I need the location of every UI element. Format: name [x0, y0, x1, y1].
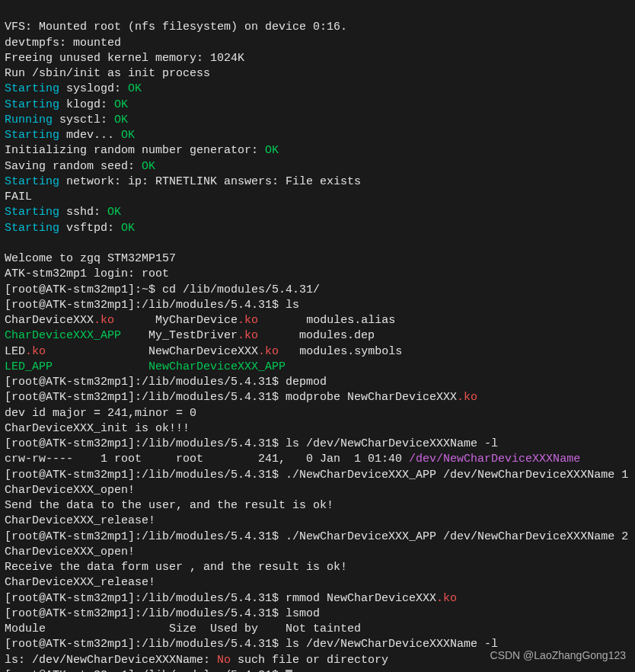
svc-status-fail: FAIL: [5, 190, 32, 203]
ls-exe: NewCharDeviceXXX_APP: [148, 360, 286, 373]
cmd-depmod: depmod: [286, 376, 327, 389]
boot-line: Freeing unused kernel memory: 1024K: [5, 52, 244, 65]
watermark: CSDN @LaoZhangGong123: [490, 648, 626, 663]
ko-ext: .ko: [94, 314, 114, 327]
svc-label: Starting: [5, 175, 59, 188]
prompt: [root@ATK-stm32mp1]:/lib/modules/5.4.31$: [5, 299, 286, 312]
cmd-ls: ls: [286, 299, 299, 312]
svc-status-ok: OK: [121, 129, 135, 142]
svc-status-ok: OK: [128, 82, 142, 95]
ko-ext: .ko: [457, 391, 477, 404]
ls-file: LED: [5, 345, 25, 358]
cmd-cd: cd /lib/modules/5.4.31/: [162, 283, 320, 296]
out-line: CharDeviceXXX_release!: [5, 514, 155, 527]
ls-file: modules.dep: [299, 329, 375, 342]
terminal-output[interactable]: VFS: Mounted root (nfs filesystem) on de…: [5, 5, 630, 672]
ls-file: modules.alias: [306, 314, 395, 327]
svc-name: network: ip: RTNETLINK answers: File exi…: [59, 175, 361, 188]
svc-name: sshd:: [59, 206, 107, 219]
out-line: dev id major = 241,minor = 0: [5, 407, 196, 420]
prompt: [root@ATK-stm32mp1]:/lib/modules/5.4.31$: [5, 469, 286, 482]
svc-name: syslogd:: [59, 82, 128, 95]
ko-ext: .ko: [436, 592, 457, 605]
svc-label: Starting: [5, 222, 59, 235]
boot-line: Run /sbin/init as init process: [5, 67, 210, 80]
svc-status-ok: OK: [114, 98, 128, 111]
out-line: Receive the data form user , and the res…: [5, 561, 347, 574]
prompt: [root@ATK-stm32mp1]:/lib/modules/5.4.31$: [5, 391, 286, 404]
err-suffix: such file or directory: [231, 654, 388, 667]
ko-ext: .ko: [238, 314, 258, 327]
svc-name: sysctl:: [53, 114, 114, 126]
ls-file: My_TestDriver: [148, 329, 238, 342]
ls-exe: LED_APP: [5, 360, 53, 373]
ko-ext: .ko: [238, 329, 258, 342]
out-line: CharDeviceXXX_release!: [5, 576, 155, 589]
cmd-lsdev: ls /dev/NewCharDeviceXXXName -l: [286, 437, 498, 450]
cmd-lsdev: ls /dev/NewCharDeviceXXXName -l: [286, 638, 498, 651]
svc-label: Starting: [5, 82, 59, 95]
boot-line: devtmpfs: mounted: [5, 37, 121, 50]
cmd-lsmod: lsmod: [286, 607, 320, 620]
ls-file: MyCharDevice: [155, 314, 238, 327]
prompt: [root@ATK-stm32mp1]:~$: [5, 283, 162, 296]
err-prefix: ls: /dev/NewCharDeviceXXXName:: [5, 654, 217, 667]
out-line: CharDeviceXXX_init is ok!!!: [5, 422, 190, 435]
svc-label: Running: [5, 114, 53, 126]
ls-perms: crw-rw---- 1 root root 241, 0 Jan 1 01:4…: [5, 453, 409, 466]
svc-label: Starting: [5, 98, 59, 111]
boot-line: VFS: Mounted root (nfs filesystem) on de…: [5, 21, 347, 34]
svc-status-ok: OK: [142, 160, 155, 173]
ls-file: CharDeviceXXX: [5, 314, 94, 327]
svc-label: Starting: [5, 129, 59, 142]
svc-status-ok: OK: [114, 114, 128, 126]
out-line: CharDeviceXXX_open!: [5, 484, 135, 497]
svc-status-ok: OK: [265, 144, 279, 157]
cmd-rmmod: rmmod NewCharDeviceXXX: [286, 592, 436, 605]
svc-label: Starting: [5, 206, 59, 219]
ls-devpath: /dev/NewCharDeviceXXXName: [409, 453, 580, 466]
prompt: [root@ATK-stm32mp1]:/lib/modules/5.4.31$: [5, 530, 286, 543]
prompt: [root@ATK-stm32mp1]:/lib/modules/5.4.31$: [5, 638, 286, 651]
welcome-banner: Welcome to zgq STM32MP157: [5, 252, 176, 265]
cmd-modprobe: modprobe NewCharDeviceXXX: [286, 391, 457, 404]
ko-ext: .ko: [258, 345, 279, 358]
svc-name: Saving random seed:: [5, 160, 142, 173]
prompt: [root@ATK-stm32mp1]:/lib/modules/5.4.31$: [5, 437, 286, 450]
prompt: [root@ATK-stm32mp1]:/lib/modules/5.4.31$: [5, 376, 286, 389]
prompt: [root@ATK-stm32mp1]:/lib/modules/5.4.31$: [5, 669, 286, 672]
login-prompt: ATK-stm32mp1 login: root: [5, 267, 169, 280]
cmd-runapp: ./NewCharDeviceXXX_APP /dev/NewCharDevic…: [286, 469, 628, 482]
svc-name: mdev...: [59, 129, 121, 142]
prompt: [root@ATK-stm32mp1]:/lib/modules/5.4.31$: [5, 592, 286, 605]
ls-exe: CharDeviceXXX_APP: [5, 329, 121, 342]
lsmod-header: Module Size Used by Not tainted: [5, 622, 361, 635]
svc-name: klogd:: [59, 98, 114, 111]
err-no: No: [217, 654, 231, 667]
svc-name: vsftpd:: [59, 222, 121, 235]
ls-file: modules.symbols: [299, 345, 402, 358]
ko-ext: .ko: [25, 345, 46, 358]
svc-status-ok: OK: [121, 222, 135, 235]
svc-name: Initializing random number generator:: [5, 144, 265, 157]
cmd-runapp: ./NewCharDeviceXXX_APP /dev/NewCharDevic…: [286, 530, 628, 543]
prompt: [root@ATK-stm32mp1]:/lib/modules/5.4.31$: [5, 607, 286, 620]
out-line: Send the data to the user, and the resul…: [5, 499, 333, 512]
ls-file: NewCharDeviceXXX: [148, 345, 258, 358]
out-line: CharDeviceXXX_open!: [5, 546, 135, 558]
svc-status-ok: OK: [107, 206, 121, 219]
